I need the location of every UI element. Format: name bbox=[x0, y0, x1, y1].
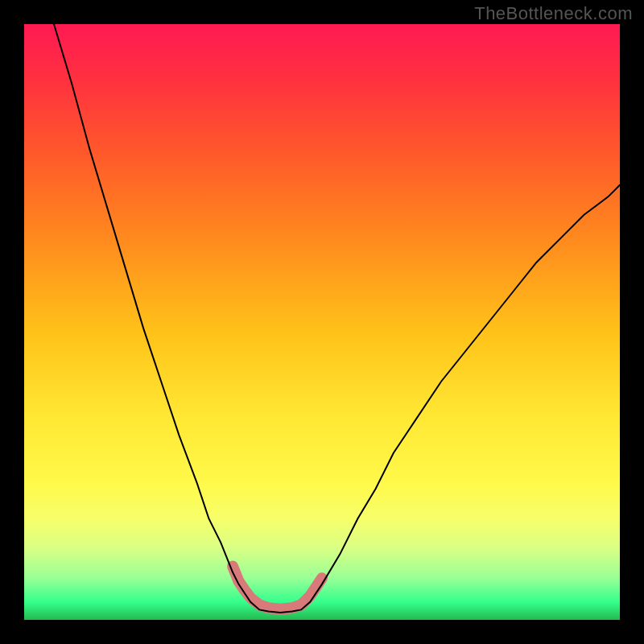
chart-frame: TheBottleneck.com bbox=[0, 0, 644, 644]
bottleneck-curve bbox=[54, 24, 620, 613]
watermark-text: TheBottleneck.com bbox=[474, 3, 633, 24]
plot-area bbox=[24, 24, 620, 620]
plot-svg bbox=[24, 24, 620, 620]
